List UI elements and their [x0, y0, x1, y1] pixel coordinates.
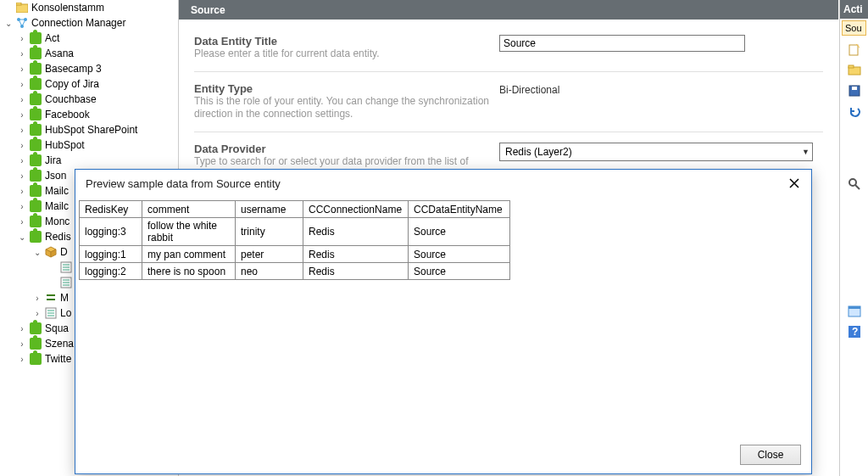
svg-rect-1 — [16, 3, 21, 5]
dialog-titlebar: Preview sample data from Source entity — [75, 170, 811, 200]
expander-icon[interactable]: › — [17, 155, 27, 165]
help-icon[interactable]: ? — [847, 324, 862, 339]
list-icon — [44, 306, 58, 320]
tree-item-act[interactable]: ›Act — [0, 31, 174, 46]
expander-icon[interactable]: › — [17, 186, 27, 196]
expander-icon[interactable]: ⌄ — [32, 247, 42, 257]
svg-rect-17 — [849, 45, 858, 55]
preview-grid[interactable]: RedisKeycommentusernameCCConnectionNameC… — [79, 200, 510, 280]
expander-icon[interactable]: ⌄ — [3, 18, 14, 28]
new-icon[interactable] — [847, 42, 862, 58]
open-folder-icon[interactable] — [847, 63, 862, 78]
tree-item-jira[interactable]: ›Jira — [0, 153, 174, 168]
expander-icon[interactable]: › — [17, 216, 27, 227]
puzzle-icon — [29, 337, 42, 350]
grid-header-rediskey[interactable]: RedisKey — [80, 201, 142, 218]
puzzle-icon — [29, 154, 42, 167]
expander-icon[interactable]: › — [17, 94, 27, 104]
tree-item-hubspot-sharepoint[interactable]: ›HubSpot SharePoint — [0, 122, 174, 137]
properties-icon[interactable] — [847, 304, 862, 319]
expander-icon[interactable] — [3, 3, 14, 13]
expander-icon[interactable]: › — [17, 109, 27, 120]
expander-icon[interactable]: › — [17, 171, 27, 181]
puzzle-icon — [29, 77, 42, 91]
grid-cell: there is no spoon — [142, 263, 236, 280]
tree-item-label: HubSpot SharePoint — [45, 124, 137, 136]
grid-cell: peter — [236, 246, 303, 263]
search-icon[interactable] — [847, 176, 862, 192]
puzzle-icon — [29, 169, 42, 182]
actions-selected[interactable]: Sou — [842, 20, 866, 36]
close-button[interactable]: Close — [740, 445, 801, 465]
puzzle-icon — [29, 322, 42, 335]
puzzle-icon — [29, 123, 42, 137]
expander-icon[interactable]: › — [32, 293, 42, 303]
tree-item-label: Lo — [60, 307, 71, 319]
close-icon[interactable] — [786, 175, 803, 192]
tree-item-label: D — [60, 246, 68, 258]
tree-item-label: Json — [45, 170, 66, 182]
grid-cell: Source — [409, 263, 510, 280]
tree-item-facebook[interactable]: ›Facebook — [0, 107, 174, 122]
title-desc: Please enter a title for current data en… — [194, 48, 499, 61]
tree-connection-manager[interactable]: ⌄ Connection Manager — [0, 15, 174, 31]
grid-cell: Source — [409, 218, 510, 246]
expander-icon[interactable]: › — [17, 339, 27, 349]
expander-icon[interactable]: › — [17, 140, 27, 150]
tree-item-label: Jira — [45, 154, 61, 166]
expander-icon[interactable]: › — [17, 64, 27, 74]
puzzle-icon — [29, 199, 42, 213]
grid-cell: logging:1 — [80, 246, 142, 263]
list-icon — [59, 276, 73, 289]
provider-value: Redis (Layer2) — [505, 146, 572, 158]
tree-item-label: Act — [45, 32, 59, 44]
panel-header: Source — [179, 0, 838, 20]
save-icon[interactable] — [847, 83, 862, 98]
grid-cell: Source — [409, 246, 510, 263]
expander-icon[interactable]: › — [17, 323, 27, 333]
puzzle-icon — [29, 62, 42, 76]
svg-point-22 — [849, 179, 856, 186]
expander-icon[interactable]: › — [17, 201, 27, 211]
expander-icon[interactable]: › — [17, 125, 27, 135]
table-row[interactable]: logging:1my pan commentpeterRedisSource — [80, 246, 510, 263]
grid-cell: trinity — [236, 218, 303, 246]
list-icon — [59, 260, 73, 274]
provider-combo[interactable]: Redis (Layer2) ▼ — [499, 143, 813, 161]
arrows-icon — [44, 291, 58, 305]
table-row[interactable]: logging:2there is no spoonneoRedisSource — [80, 263, 510, 280]
puzzle-icon — [29, 47, 42, 60]
grid-header-username[interactable]: username — [236, 201, 303, 218]
chevron-down-icon: ▼ — [802, 148, 810, 156]
tree-item-label: Mailc — [45, 185, 69, 197]
grid-header-comment[interactable]: comment — [142, 201, 236, 218]
table-row[interactable]: logging:3follow the white rabbittrinityR… — [80, 218, 510, 246]
grid-cell: neo — [236, 263, 303, 280]
undo-icon[interactable] — [847, 104, 862, 119]
tree-item-couchbase[interactable]: ›Couchbase — [0, 92, 174, 107]
tree-item-label: Szena — [45, 338, 74, 350]
expander-icon[interactable]: › — [17, 48, 27, 59]
tree-item-hubspot[interactable]: ›HubSpot — [0, 137, 174, 153]
grid-header-ccconnectionname[interactable]: CCConnectionName — [303, 201, 409, 218]
expander-icon[interactable]: › — [17, 354, 27, 364]
tree-item-basecamp-3[interactable]: ›Basecamp 3 — [0, 61, 174, 76]
grid-cell: Redis — [303, 218, 409, 246]
grid-cell: Redis — [303, 246, 409, 263]
expander-icon[interactable]: › — [17, 79, 27, 89]
grid-cell: logging:2 — [80, 263, 142, 280]
expander-icon[interactable]: › — [17, 33, 27, 43]
grid-header-ccdataentityname[interactable]: CCDataEntityName — [409, 201, 510, 218]
tree-item-copy-of-jira[interactable]: ›Copy of Jira — [0, 76, 174, 92]
tree-manager-label: Connection Manager — [31, 17, 125, 29]
expander-icon[interactable]: ⌄ — [17, 232, 27, 242]
tree-item-label: M — [60, 292, 69, 304]
title-input[interactable] — [499, 35, 745, 52]
tree-root[interactable]: Konsolenstamm — [0, 0, 174, 15]
expander-icon[interactable]: › — [32, 308, 42, 318]
tree-item-asana[interactable]: ›Asana — [0, 46, 174, 61]
grid-cell: follow the white rabbit — [142, 218, 236, 246]
grid-cell: Redis — [303, 263, 409, 280]
folder-icon — [15, 1, 29, 14]
tree-root-label: Konsolenstamm — [31, 2, 104, 14]
